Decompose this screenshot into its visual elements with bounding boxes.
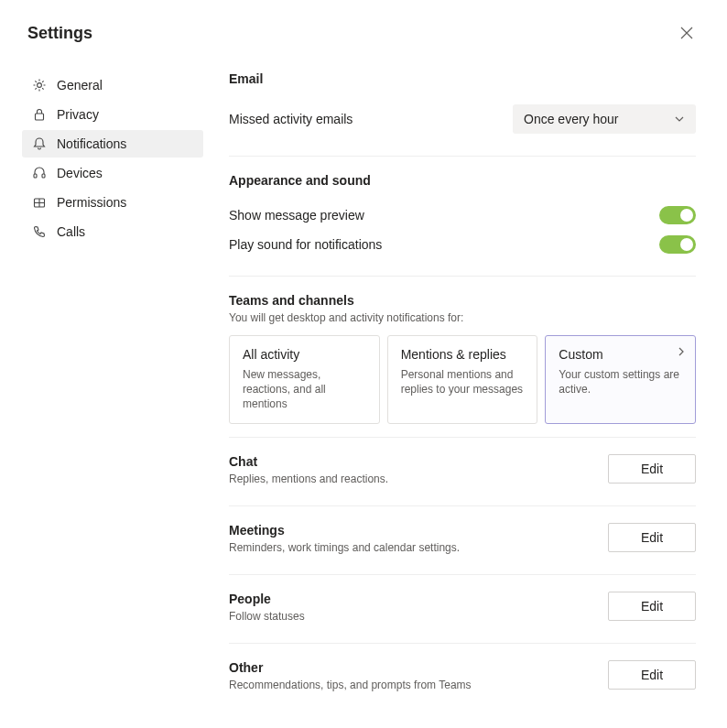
sidebar-item-calls[interactable]: Calls [22, 218, 203, 245]
close-icon [680, 27, 693, 39]
package-icon [31, 194, 48, 211]
sidebar-item-general[interactable]: General [22, 71, 203, 99]
missed-activity-label: Missed activity emails [229, 112, 353, 126]
headset-icon [31, 165, 48, 181]
lock-icon [31, 106, 48, 123]
sidebar-item-privacy[interactable]: Privacy [22, 101, 203, 128]
sidebar-item-label: General [57, 78, 103, 92]
divider [229, 574, 696, 575]
missed-activity-select[interactable]: Once every hour [513, 104, 696, 134]
phone-icon [31, 223, 48, 240]
section-title-appearance: Appearance and sound [229, 173, 696, 188]
header: Settings [0, 0, 727, 55]
edit-button-other[interactable]: Edit [608, 660, 696, 690]
edit-button-meetings[interactable]: Edit [608, 523, 696, 552]
editrow-title: Meetings [229, 523, 460, 538]
divider [229, 505, 696, 506]
card-title: All activity [243, 347, 366, 362]
section-title-email: Email [229, 71, 696, 86]
teams-card-row: All activity New messages, reactions, an… [229, 335, 696, 424]
editrow-other: Other Recommendations, tips, and prompts… [229, 657, 696, 699]
play-sound-label: Play sound for notifications [229, 237, 382, 252]
bell-icon [31, 136, 48, 152]
show-preview-label: Show message preview [229, 208, 364, 223]
content: Email Missed activity emails Once every … [203, 71, 700, 699]
editrow-meetings: Meetings Reminders, work timings and cal… [229, 519, 696, 561]
svg-point-0 [38, 83, 42, 88]
sidebar-item-notifications[interactable]: Notifications [22, 130, 203, 158]
teams-subtitle: You will get desktop and activity notifi… [229, 311, 696, 324]
select-value: Once every hour [524, 112, 619, 126]
editrow-chat: Chat Replies, mentions and reactions. Ed… [229, 451, 696, 493]
divider [229, 643, 696, 644]
sidebar-item-label: Permissions [57, 195, 126, 210]
editrow-people: People Follow statuses Edit [229, 588, 696, 630]
row-missed-activity: Missed activity emails Once every hour [229, 99, 696, 139]
svg-rect-1 [36, 114, 44, 120]
play-sound-toggle[interactable] [659, 235, 696, 254]
sidebar-item-devices[interactable]: Devices [22, 159, 203, 187]
page-title: Settings [27, 24, 92, 43]
edit-button-people[interactable]: Edit [608, 592, 696, 621]
sidebar-item-permissions[interactable]: Permissions [22, 189, 203, 216]
sidebar-item-label: Calls [57, 224, 85, 239]
card-desc: Your custom settings are active. [559, 367, 682, 397]
row-play-sound: Play sound for notifications [229, 230, 696, 259]
gear-icon [31, 77, 48, 93]
chevron-right-icon [677, 347, 686, 356]
editrow-desc: Follow statuses [229, 610, 305, 623]
editrow-title: Chat [229, 454, 388, 469]
divider [229, 276, 696, 277]
sidebar-item-label: Privacy [57, 107, 99, 122]
row-show-preview: Show message preview [229, 201, 696, 230]
card-custom[interactable]: Custom Your custom settings are active. [545, 335, 696, 424]
close-button[interactable] [674, 20, 700, 46]
editrow-desc: Reminders, work timings and calendar set… [229, 541, 460, 554]
section-title-teams: Teams and channels [229, 293, 696, 308]
sidebar: General Privacy Notifications Devices Pe… [22, 71, 203, 699]
card-title: Custom [559, 347, 682, 362]
sidebar-item-label: Notifications [57, 136, 126, 151]
card-title: Mentions & replies [401, 347, 525, 362]
card-all-activity[interactable]: All activity New messages, reactions, an… [229, 335, 380, 424]
editrow-title: Other [229, 660, 472, 675]
editrow-desc: Replies, mentions and reactions. [229, 473, 388, 485]
divider [229, 156, 696, 157]
editrow-desc: Recommendations, tips, and prompts from … [229, 679, 472, 691]
card-mentions-replies[interactable]: Mentions & replies Personal mentions and… [387, 335, 538, 424]
chevron-down-icon [674, 114, 685, 125]
show-preview-toggle[interactable] [659, 206, 696, 224]
card-desc: New messages, reactions, and all mention… [243, 367, 366, 412]
sidebar-item-label: Devices [57, 166, 103, 180]
edit-button-chat[interactable]: Edit [608, 454, 696, 484]
svg-rect-3 [42, 174, 45, 178]
card-desc: Personal mentions and replies to your me… [401, 367, 525, 397]
editrow-title: People [229, 592, 305, 606]
svg-rect-2 [34, 174, 37, 178]
divider [229, 437, 696, 438]
